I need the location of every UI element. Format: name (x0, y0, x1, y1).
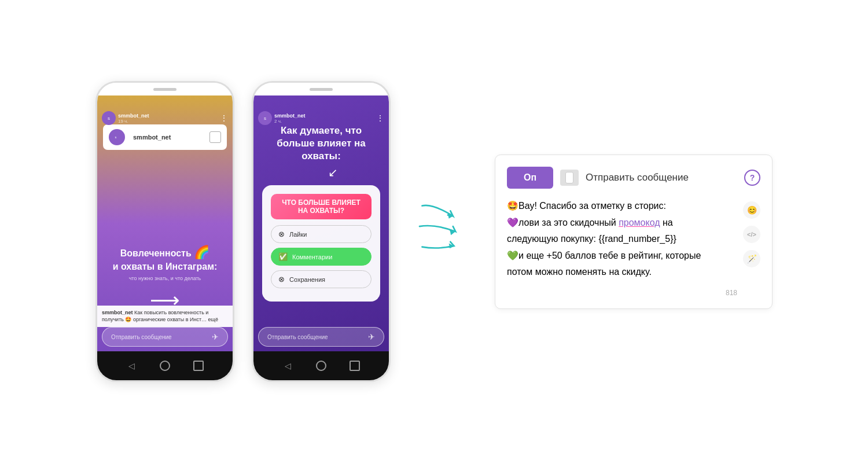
poll-option-1-label: Комментарии (292, 253, 332, 260)
side-icons-panel: 😊 </> 🪄 (743, 200, 760, 297)
phone2-username: smmbot_net (274, 113, 306, 119)
phone2-home-btn[interactable] (316, 361, 326, 371)
code-icon[interactable]: </> (743, 226, 760, 243)
phone1-recents-btn[interactable] (193, 361, 204, 371)
toggle-track[interactable] (560, 170, 579, 186)
phone1-post-header: s smmbot_net (103, 124, 227, 150)
poll-option-0-label: Лайки (289, 231, 307, 238)
phone2-poll-title: ЧТО БОЛЬШЕ ВЛИЯЕТНА ОХВАТЫ? (271, 194, 372, 219)
poll-option-1[interactable]: ✅ Комментарии (271, 248, 372, 266)
message-line-3: следующую покупку: {{rand_number_5}} (507, 234, 737, 244)
phone1-top-bar (97, 83, 233, 95)
phone1-home-btn[interactable] (160, 361, 170, 371)
phone1-username: smmbot_net (118, 113, 149, 119)
svg-text:s: s (115, 135, 117, 139)
magic-icon[interactable]: 🪄 (743, 250, 760, 267)
message-content: 🤩Вау! Спасибо за отметку в сторис: 💜лови… (507, 200, 737, 297)
poll-option-2-label: Сохранения (289, 276, 325, 283)
toggle-button[interactable]: Оп (507, 167, 553, 189)
message-line-4: 💚и еще +50 баллов тебе в рейтинг, которы… (507, 250, 737, 261)
message-line-1: 🤩Вау! Спасибо за отметку в сторис: (507, 200, 737, 211)
phone2-bottom-bar (253, 351, 389, 380)
message-line-2: 💜лови за это скидочный промокод на (507, 217, 737, 228)
phone1-caption-username: smmbot_net (102, 310, 133, 315)
phone1-story-topbar: s smmbot_net 19 ч. ⋮ (97, 108, 233, 128)
phone2: s smmbot_net 2 ч. ⋮ Как думаете, что бол… (252, 81, 391, 382)
message-body-wrapper: 🤩Вау! Спасибо за отметку в сторис: 💜лови… (507, 200, 760, 297)
poll-option-2[interactable]: ⊗ Сохранения (271, 270, 372, 288)
char-count: 818 (507, 289, 737, 297)
phone1-speaker (153, 88, 176, 91)
phone1-screen: s smmbot_net 19 ч. ⋮ s smmbot_net (97, 95, 233, 351)
message-line-5: потом можно поменять на скидку. (507, 267, 737, 277)
phone2-poll-card: ЧТО БОЛЬШЕ ВЛИЯЕТНА ОХВАТЫ? ⊗ Лайки ✅ Ко… (262, 185, 380, 302)
phone1-avatar: s (102, 111, 116, 125)
poll-option-0-icon: ⊗ (278, 230, 285, 238)
main-scene: s smmbot_net 19 ч. ⋮ s smmbot_net (84, 69, 784, 394)
phone1-expand-icon (209, 131, 221, 143)
phone1-send-icon: ✈ (212, 332, 219, 341)
phone1-bottom-bar (97, 351, 233, 380)
phone1-send-btn[interactable]: Отправить сообщение ✈ (102, 327, 228, 347)
svg-point-0 (113, 134, 120, 141)
message-panel: Оп Отправить сообщение ? 🤩Вау! Спасибо з… (495, 155, 773, 309)
phone1-more-icon[interactable]: ⋮ (220, 113, 228, 123)
phone2-top-bar (253, 83, 389, 95)
phone1: s smmbot_net 19 ч. ⋮ s smmbot_net (95, 81, 234, 382)
poll-option-1-icon: ✅ (278, 252, 288, 261)
phone2-more-icon[interactable]: ⋮ (376, 113, 384, 123)
phone1-story-title: Вовлеченность 🌈 и охваты в Инстаграм: (113, 244, 218, 273)
poll-option-0[interactable]: ⊗ Лайки (271, 225, 372, 243)
phone1-post-username: smmbot_net (133, 134, 205, 141)
phone2-story-topbar: s smmbot_net 2 ч. ⋮ (253, 108, 389, 128)
phone2-time: 2 ч. (274, 119, 306, 124)
phone2-speaker (310, 88, 333, 91)
phone2-send-btn[interactable]: Отправить сообщение ✈ (258, 327, 384, 347)
phone2-recents-btn[interactable] (350, 361, 360, 371)
phone1-back-btn[interactable] (126, 361, 137, 371)
phone1-user-info: s smmbot_net 19 ч. (102, 111, 149, 125)
phone2-send-icon: ✈ (368, 332, 375, 341)
phone1-time: 19 ч. (118, 119, 149, 124)
phone2-back-btn[interactable] (282, 361, 293, 371)
poll-option-2-icon: ⊗ (278, 275, 285, 284)
arrows-container (408, 185, 477, 278)
phone1-story-subtitle: что нужно знать, и что делать (113, 275, 218, 281)
phone1-caption: smmbot_net Как повысить вовлеченность и … (97, 306, 233, 327)
help-button[interactable]: ? (744, 170, 760, 186)
teal-arrows-svg (414, 185, 472, 278)
message-panel-title: Отправить сообщение (586, 172, 737, 183)
phone2-avatar: s (258, 111, 272, 125)
message-panel-header: Оп Отправить сообщение ? (507, 167, 760, 189)
phone2-user-info: s smmbot_net 2 ч. (258, 111, 306, 125)
phone2-send-area: Отправить сообщение ✈ (258, 327, 384, 347)
message-link: промокод (619, 218, 660, 227)
phone1-story-content: Вовлеченность 🌈 и охваты в Инстаграм: чт… (107, 198, 223, 312)
phone1-send-area: Отправить сообщение ✈ (102, 327, 228, 347)
phone2-arrow-decoration: ↙ (265, 166, 389, 179)
toggle-handle (565, 172, 573, 183)
emoji-icon[interactable]: 😊 (743, 201, 760, 219)
phone2-screen: s smmbot_net 2 ч. ⋮ Как думаете, что бол… (253, 95, 389, 351)
phone1-post-avatar: s (109, 129, 125, 145)
